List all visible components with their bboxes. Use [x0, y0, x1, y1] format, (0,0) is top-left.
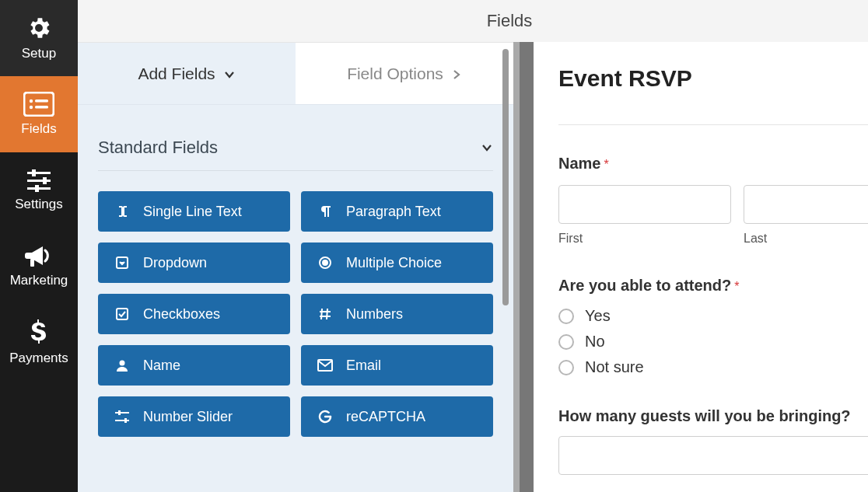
- gear-icon: [26, 15, 52, 41]
- panel-divider[interactable]: [513, 42, 534, 492]
- form-preview: Event RSVP Name* First Last: [534, 42, 868, 492]
- field-label: Single Line Text: [143, 204, 242, 220]
- svg-rect-11: [30, 259, 34, 267]
- sidebar-item-label: Fields: [21, 121, 56, 137]
- sliders-icon: [26, 169, 52, 192]
- field-number-slider[interactable]: Number Slider: [98, 396, 290, 437]
- field-label: Number Slider: [143, 409, 233, 425]
- chevron-down-icon: [223, 68, 236, 81]
- svg-rect-8: [32, 169, 36, 176]
- sidebar-item-payments[interactable]: Payments: [0, 305, 78, 381]
- text-cursor-icon: [114, 204, 131, 218]
- svg-point-20: [120, 361, 125, 366]
- chevron-right-icon: [451, 69, 462, 80]
- section-heading: Standard Fields: [98, 138, 218, 158]
- sidebar-item-label: Settings: [15, 197, 62, 212]
- field-email[interactable]: Email: [301, 345, 493, 386]
- sublabel-last: Last: [744, 232, 868, 246]
- page-title: Fields: [487, 11, 533, 31]
- bullhorn-icon: [25, 245, 53, 268]
- radio-attend-no[interactable]: [558, 334, 574, 350]
- field-single-line-text[interactable]: Single Line Text: [98, 191, 290, 232]
- field-grid: Single Line Text Paragraph Text: [98, 191, 493, 437]
- svg-rect-5: [27, 172, 51, 174]
- scrollbar[interactable]: [502, 49, 509, 305]
- fields-panel: Add Fields Field Options Standa: [78, 42, 513, 492]
- sidebar-item-label: Setup: [22, 46, 56, 61]
- sidebar-item-fields[interactable]: Fields: [0, 76, 78, 152]
- label-name: Name: [558, 155, 600, 172]
- form-title: Event RSVP: [558, 65, 868, 92]
- field-label: Numbers: [346, 306, 403, 323]
- page-title-bar: Fields: [78, 0, 868, 42]
- svg-rect-9: [43, 177, 47, 184]
- sidebar: Setup Fields Settings Marketing Payments: [0, 0, 78, 492]
- tab-label: Add Fields: [138, 65, 215, 83]
- caret-square-down-icon: [114, 256, 131, 270]
- sidebar-item-label: Marketing: [10, 273, 68, 288]
- field-name[interactable]: Name: [98, 345, 290, 386]
- tab-field-options[interactable]: Field Options: [296, 43, 513, 104]
- sublabel-first: First: [558, 232, 731, 246]
- google-g-icon: [317, 410, 334, 424]
- tab-label: Field Options: [347, 65, 443, 83]
- field-multiple-choice[interactable]: Multiple Choice: [301, 243, 493, 283]
- svg-point-14: [323, 260, 327, 265]
- input-last-name[interactable]: [744, 185, 868, 224]
- radio-attend-notsure[interactable]: [558, 360, 574, 375]
- field-paragraph-text[interactable]: Paragraph Text: [301, 191, 493, 232]
- field-label: Email: [346, 358, 381, 374]
- radio-label: No: [585, 333, 605, 351]
- dollar-icon: [30, 319, 47, 346]
- svg-rect-0: [24, 92, 54, 116]
- paragraph-icon: [317, 204, 334, 218]
- sliders-h-icon: [114, 410, 131, 423]
- label-guests: How many guests will you be bringing?: [558, 407, 851, 424]
- field-label: reCAPTCHA: [346, 409, 425, 425]
- required-indicator: *: [604, 158, 608, 171]
- input-guests[interactable]: [558, 436, 868, 475]
- field-label: Dropdown: [143, 255, 207, 271]
- svg-point-1: [30, 99, 33, 103]
- check-square-icon: [114, 307, 131, 321]
- hash-icon: [317, 307, 334, 321]
- tab-add-fields[interactable]: Add Fields: [78, 43, 296, 104]
- svg-rect-24: [118, 410, 121, 415]
- svg-rect-2: [35, 99, 48, 103]
- field-label: Paragraph Text: [346, 204, 441, 220]
- label-attend: Are you able to attend?: [558, 277, 731, 294]
- field-recaptcha[interactable]: reCAPTCHA: [301, 396, 493, 437]
- sidebar-item-label: Payments: [9, 351, 68, 366]
- radio-dot-icon: [317, 256, 334, 270]
- svg-rect-25: [124, 418, 127, 423]
- standard-fields-toggle[interactable]: Standard Fields: [98, 124, 493, 171]
- field-dropdown[interactable]: Dropdown: [98, 243, 290, 283]
- svg-rect-15: [117, 309, 128, 319]
- sidebar-item-settings[interactable]: Settings: [0, 152, 78, 229]
- envelope-icon: [317, 359, 334, 372]
- svg-line-17: [327, 309, 327, 319]
- chevron-down-icon: [481, 141, 493, 154]
- field-label: Checkboxes: [143, 306, 220, 323]
- radio-attend-yes[interactable]: [558, 309, 574, 324]
- svg-rect-6: [27, 180, 51, 182]
- field-numbers[interactable]: Numbers: [301, 294, 493, 334]
- required-indicator: *: [734, 280, 739, 293]
- field-label: Multiple Choice: [346, 255, 442, 271]
- list-icon: [23, 92, 54, 117]
- svg-point-3: [30, 106, 33, 109]
- svg-rect-4: [35, 106, 48, 109]
- svg-line-16: [321, 309, 322, 319]
- svg-rect-23: [115, 420, 129, 421]
- radio-label: Not sure: [585, 358, 644, 376]
- field-checkboxes[interactable]: Checkboxes: [98, 294, 290, 334]
- sidebar-item-setup[interactable]: Setup: [0, 0, 78, 76]
- radio-label: Yes: [585, 307, 611, 325]
- svg-rect-22: [115, 412, 129, 413]
- input-first-name[interactable]: [558, 185, 731, 224]
- field-label: Name: [143, 358, 180, 374]
- svg-rect-10: [35, 185, 39, 192]
- sidebar-item-marketing[interactable]: Marketing: [0, 229, 78, 305]
- user-icon: [114, 358, 131, 372]
- divider-line: [558, 124, 868, 125]
